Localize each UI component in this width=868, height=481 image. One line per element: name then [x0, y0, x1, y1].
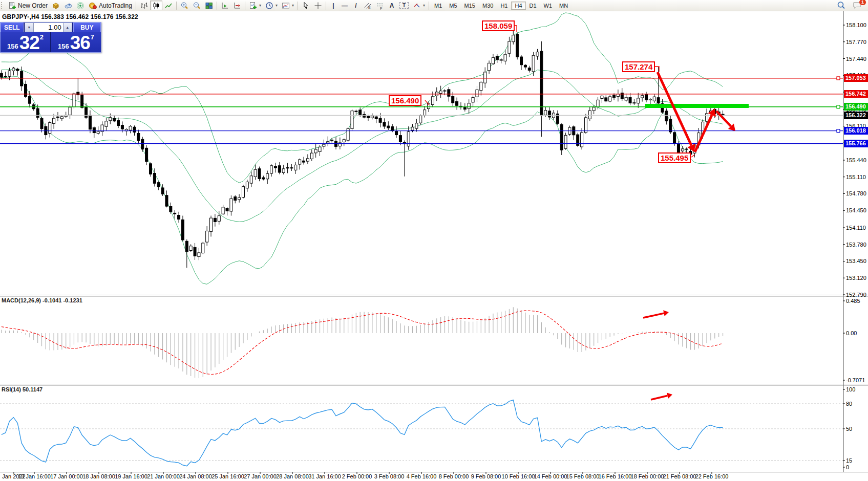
autotrading-button[interactable]: AutoTrading: [87, 1, 134, 10]
timeframe-m30[interactable]: M30: [479, 2, 497, 10]
arrows-tool[interactable]: ▾: [411, 1, 427, 10]
crosshair-button[interactable]: [312, 1, 324, 10]
price-flag-157.053[interactable]: 157.053: [844, 74, 868, 82]
vertical-line-tool[interactable]: |: [328, 1, 339, 10]
text-tool[interactable]: A: [386, 1, 397, 10]
timeframe-toolbar: M1M5M15M30H1H4D1W1MN: [431, 2, 571, 10]
sell-price-big: 32: [19, 35, 39, 51]
label-tool[interactable]: T: [397, 1, 411, 10]
annotation-label-155.495[interactable]: 155.495: [658, 152, 691, 163]
buy-price-display[interactable]: 156367: [50, 32, 101, 52]
styler-button[interactable]: [50, 1, 62, 10]
equidistant-channel-icon: E: [364, 2, 372, 10]
bar-chart-button[interactable]: [138, 1, 150, 10]
notifications-button[interactable]: 1: [851, 1, 864, 10]
auto-scroll-button[interactable]: [219, 1, 231, 10]
sell-price-display[interactable]: 156322: [1, 32, 50, 52]
timeframe-m5[interactable]: M5: [446, 2, 460, 10]
line-chart-button[interactable]: [162, 1, 175, 10]
fibonacci-icon: F: [376, 2, 384, 10]
toolbar: New Order AutoTrading: [0, 0, 868, 11]
svg-text:-0.7071: -0.7071: [846, 377, 865, 383]
templates-button[interactable]: ▾: [280, 1, 296, 10]
zoom-out-button[interactable]: [190, 1, 203, 10]
timeframe-m15[interactable]: M15: [461, 2, 479, 10]
toolbar-separator: [298, 2, 298, 10]
templates-icon: [282, 2, 290, 10]
candlestick-chart-icon: [152, 2, 160, 10]
trendline-tool[interactable]: /: [350, 1, 362, 10]
price-flag-156.018[interactable]: 156.018: [844, 127, 868, 135]
timeframe-h4[interactable]: H4: [511, 2, 525, 10]
svg-text:0: 0: [846, 464, 849, 470]
sell-price-prefix: 156: [7, 43, 18, 50]
price-flag-156.742[interactable]: 156.742: [844, 90, 868, 98]
svg-text:22 Feb 16:00: 22 Feb 16:00: [695, 473, 729, 479]
horizontal-line-tool[interactable]: —: [339, 1, 350, 10]
cursor-button[interactable]: [300, 1, 312, 10]
new-order-icon: [8, 2, 16, 10]
chart-shift-button[interactable]: [231, 1, 243, 10]
svg-text:21 Feb 08:00: 21 Feb 08:00: [663, 473, 696, 479]
cursor-icon: [302, 2, 310, 10]
toolbar-grip[interactable]: [1, 2, 4, 9]
annotation-label-156.490[interactable]: 156.490: [389, 95, 421, 106]
symbol-ohlc-header: GBPJPY-,H4 156.383 156.462 156.176 156.3…: [2, 13, 138, 20]
zoom-in-button[interactable]: [178, 1, 190, 10]
new-order-button[interactable]: New Order: [6, 1, 50, 10]
zoom-out-icon: [193, 2, 201, 10]
volume-input[interactable]: [34, 23, 63, 32]
time-scale[interactable]: Jan 202213 Jan 16:0017 Jan 00:0018 Jan 0…: [2, 472, 728, 479]
autotrading-label: AutoTrading: [99, 2, 132, 9]
timeframe-w1[interactable]: W1: [540, 2, 556, 10]
timeframe-m1[interactable]: M1: [431, 2, 446, 10]
chevron-down-icon: ▾: [276, 3, 278, 8]
toolbar-separator: [429, 2, 429, 10]
trend-annotations[interactable]: [425, 26, 749, 400]
timeframe-mn[interactable]: MN: [556, 2, 571, 10]
svg-text:E: E: [368, 6, 371, 9]
svg-text:19 Jan 16:00: 19 Jan 16:00: [115, 473, 147, 479]
timeframe-h1[interactable]: H1: [497, 2, 511, 10]
timeframe-d1[interactable]: D1: [526, 2, 540, 10]
price-scale[interactable]: 158.100157.770157.440157.110156.780156.4…: [843, 22, 866, 470]
sell-button[interactable]: SELL: [1, 23, 24, 32]
bollinger-bands: [2, 13, 723, 284]
support-zone-bar[interactable]: [645, 104, 749, 108]
svg-text:154.110: 154.110: [846, 225, 866, 231]
volume-decrease-button[interactable]: ▼: [25, 23, 34, 32]
zoom-in-icon: [180, 2, 188, 10]
svg-text:28 Jan 08:00: 28 Jan 08:00: [276, 473, 309, 479]
svg-text:13 Jan 16:00: 13 Jan 16:00: [18, 473, 51, 479]
price-flag-155.766[interactable]: 155.766: [844, 140, 868, 147]
buy-price-big: 36: [70, 35, 90, 51]
svg-text:155.110: 155.110: [846, 174, 866, 180]
text-tool-icon: A: [388, 2, 395, 9]
fibonacci-tool[interactable]: F: [374, 1, 386, 10]
channel-tool[interactable]: E: [362, 1, 374, 10]
tile-windows-button[interactable]: [203, 1, 215, 10]
indicators-icon: [249, 2, 257, 10]
publisher-button[interactable]: [62, 1, 74, 10]
search-icon: [837, 1, 845, 10]
line-chart-icon: [164, 2, 173, 10]
svg-text:21 Jan 00:00: 21 Jan 00:00: [147, 473, 180, 479]
clock-icon: [265, 2, 273, 10]
periods-button[interactable]: ▾: [263, 1, 280, 10]
autotrading-icon: [89, 2, 97, 10]
buy-button[interactable]: BUY: [73, 23, 101, 32]
svg-text:153.450: 153.450: [846, 258, 866, 264]
search-button[interactable]: [835, 1, 848, 10]
chart-canvas[interactable]: 158.100157.770157.440157.110156.780156.4…: [0, 0, 868, 481]
price-flag-156.490[interactable]: 156.490: [844, 103, 868, 111]
annotation-label-157.274[interactable]: 157.274: [622, 61, 655, 72]
one-click-trading-panel: SELL ▼ ▲ BUY 156322 156367: [0, 22, 101, 53]
volume-increase-button[interactable]: ▲: [63, 23, 72, 32]
svg-text:18 Jan 08:00: 18 Jan 08:00: [82, 473, 115, 479]
chevron-down-icon: ▾: [292, 3, 294, 8]
news-button[interactable]: [74, 1, 87, 10]
indicators-button[interactable]: ▾: [247, 1, 263, 10]
candlestick-chart-button[interactable]: [150, 1, 162, 10]
svg-text:157.770: 157.770: [846, 39, 866, 45]
annotation-label-158.059[interactable]: 158.059: [482, 20, 515, 31]
